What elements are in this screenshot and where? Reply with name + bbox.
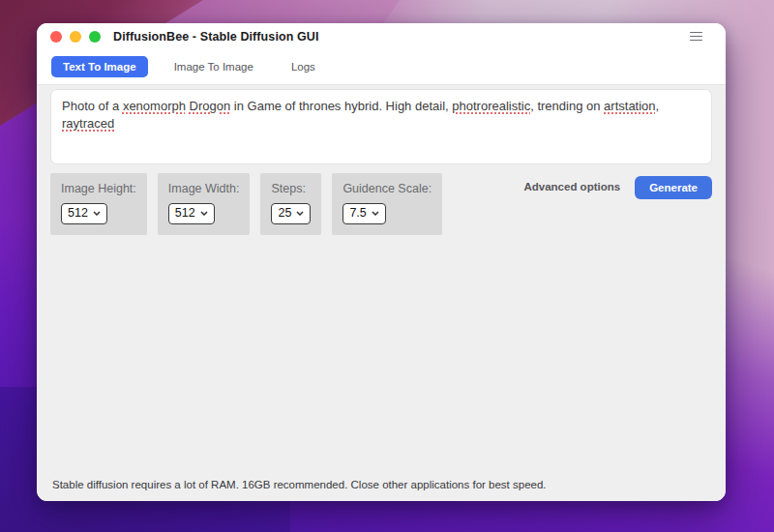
guidance-scale-control: Guidence Scale: 7.5 [332,173,442,235]
steps-control: Steps: 25 [260,173,321,235]
steps-select[interactable]: 25 [271,203,311,224]
tab-logs[interactable]: Logs [280,56,327,77]
title-bar: DiffusionBee - Stable Diffusion GUI [37,23,726,49]
actions-area: Advanced options Generate [523,173,712,199]
window-title: DiffusionBee - Stable Diffusion GUI [113,30,319,44]
minimize-button[interactable] [70,31,81,43]
prompt-misspelled-word: raytraced [62,116,114,131]
tab-text-to-image[interactable]: Text To Image [51,56,148,77]
tab-bar: Text To Image Image To Image Logs [37,49,726,84]
app-window: DiffusionBee - Stable Diffusion GUI Text… [37,23,726,501]
ram-requirement-note: Stable diffusion requires a lot of RAM. … [52,479,547,490]
image-width-value: 512 [175,206,195,222]
image-height-control: Image Height: 512 [50,173,147,235]
prompt-misspelled-word: photrorealistic [452,99,530,113]
steps-value: 25 [278,206,291,222]
chevron-down-icon [296,211,304,216]
hamburger-menu-icon[interactable] [688,29,704,44]
image-height-value: 512 [68,206,88,222]
prompt-misspelled-word: Drogon [190,99,231,113]
guidance-scale-label: Guidence Scale: [342,182,432,195]
tab-image-to-image[interactable]: Image To Image [163,56,265,77]
image-width-label: Image Width: [168,182,240,195]
image-width-control: Image Width: 512 [158,173,251,235]
prompt-misspelled-word: artstation [604,99,655,113]
zoom-button[interactable] [89,31,101,43]
guidance-scale-value: 7.5 [349,206,366,222]
prompt-misspelled-word: xenomorph [123,99,186,113]
chevron-down-icon [93,211,101,216]
generate-button[interactable]: Generate [635,176,712,199]
image-height-select[interactable]: 512 [61,203,107,224]
prompt-text-segment: Photo of a [62,99,123,113]
guidance-scale-select[interactable]: 7.5 [342,203,385,224]
prompt-input[interactable]: Photo of a xenomorph Drogon in Game of t… [50,89,712,164]
steps-label: Steps: [271,182,305,195]
chevron-down-icon [372,211,379,216]
traffic-lights [50,31,101,43]
prompt-text-segment: , [656,99,660,113]
image-width-select[interactable]: 512 [168,203,215,224]
prompt-text-segment: in Game of thrones hybrid. High detail, [230,99,452,113]
generation-controls: Image Height: 512 Image Width: 512 Steps… [50,173,712,235]
image-height-label: Image Height: [61,182,136,195]
close-button[interactable] [50,31,62,43]
chevron-down-icon [200,211,208,216]
advanced-options-link[interactable]: Advanced options [523,181,620,192]
main-content: Photo of a xenomorph Drogon in Game of t… [37,84,726,501]
prompt-text-segment: , trending on [530,99,604,113]
